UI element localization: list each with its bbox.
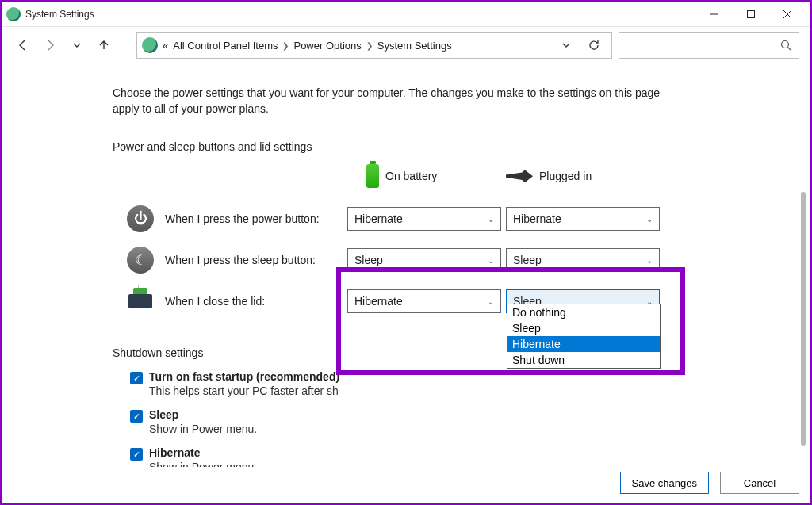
check-sleep[interactable]: ✓ Sleep Show in Power menu. — [130, 408, 795, 435]
column-headers: On battery Plugged in — [347, 164, 795, 188]
scrollbar-track[interactable] — [799, 65, 807, 464]
back-arrow-icon — [17, 39, 29, 52]
row-sleep-button: ☾ When I press the sleep button: Sleep⌄ … — [113, 247, 795, 274]
dropdown-option[interactable]: Shut down — [508, 352, 660, 368]
row-label: When I close the lid: — [165, 295, 265, 308]
chevron-down-icon: ⌄ — [488, 256, 494, 265]
svg-point-4 — [782, 40, 789, 48]
dropdown-option[interactable]: Sleep — [508, 320, 660, 336]
chevron-right-icon: ❯ — [282, 41, 289, 50]
dropdown-lid-plugged-list[interactable]: Do nothing Sleep Hibernate Shut down — [507, 304, 661, 369]
maximize-button[interactable] — [733, 2, 769, 26]
shutdown-section: Shutdown settings ✓ Turn on fast startup… — [113, 346, 795, 467]
address-bar[interactable]: « All Control Panel Items❯ Power Options… — [136, 32, 612, 59]
address-app-icon — [142, 37, 158, 53]
maximize-icon — [746, 10, 756, 19]
minimize-icon — [710, 10, 719, 19]
select-power-plugged[interactable]: Hibernate⌄ — [506, 207, 660, 231]
chevron-down-icon — [561, 40, 571, 50]
row-label: When I press the sleep button: — [165, 254, 316, 266]
column-head-battery: On battery — [347, 164, 506, 188]
chevron-down-icon: ⌄ — [488, 297, 494, 306]
app-icon — [6, 7, 21, 21]
breadcrumb-item[interactable]: All Control Panel Items❯ — [173, 40, 289, 52]
page-description: Choose the power settings that you want … — [113, 86, 668, 117]
chevron-right-icon: ❯ — [366, 41, 373, 50]
check-sub: Show in Power menu. — [149, 461, 257, 467]
search-icon — [780, 40, 792, 52]
minimize-button[interactable] — [696, 2, 733, 26]
close-icon — [783, 10, 792, 19]
history-dropdown-button[interactable] — [67, 35, 87, 55]
svg-rect-1 — [748, 10, 755, 17]
content-area: Choose the power settings that you want … — [2, 65, 810, 467]
chevron-down-icon — [72, 40, 82, 50]
refresh-icon — [588, 39, 600, 52]
up-button[interactable] — [94, 35, 114, 55]
window-title: System Settings — [25, 9, 94, 20]
chevron-down-icon: ⌄ — [488, 215, 494, 224]
select-sleep-plugged[interactable]: Sleep⌄ — [506, 248, 660, 272]
save-changes-button[interactable]: Save changes — [620, 472, 709, 494]
chevron-down-icon: ⌄ — [646, 256, 653, 265]
row-close-lid: When I close the lid: Hibernate⌄ Sleep⌄ — [113, 288, 795, 315]
section-head-shutdown: Shutdown settings — [113, 346, 795, 359]
sleep-button-icon: ☾ — [127, 247, 154, 274]
close-button[interactable] — [769, 2, 806, 26]
svg-line-5 — [788, 47, 791, 50]
check-label: Turn on fast startup (recommended) — [149, 370, 339, 383]
check-sub: This helps start your PC faster after sh — [149, 384, 339, 397]
checkbox-checked-icon: ✓ — [130, 410, 143, 423]
breadcrumb-item[interactable]: Power Options❯ — [293, 40, 372, 52]
check-hibernate[interactable]: ✓ Hibernate Show in Power menu. — [130, 446, 795, 467]
plug-icon — [506, 170, 533, 182]
select-lid-battery[interactable]: Hibernate⌄ — [347, 289, 501, 313]
check-sub: Show in Power menu. — [149, 423, 257, 435]
titlebar: System Settings — [2, 2, 810, 27]
back-button[interactable] — [13, 35, 33, 55]
chevron-down-icon: ⌄ — [646, 215, 653, 224]
lid-icon — [127, 288, 154, 315]
column-head-plugged: Plugged in — [506, 170, 665, 182]
address-dropdown-button[interactable] — [556, 35, 576, 55]
row-label: When I press the power button: — [165, 212, 320, 225]
battery-icon — [366, 164, 379, 188]
section-head-buttons: Power and sleep buttons and lid settings — [113, 140, 795, 153]
up-arrow-icon — [98, 39, 110, 52]
dropdown-option[interactable]: Do nothing — [508, 304, 660, 320]
breadcrumb-item[interactable]: System Settings — [377, 40, 452, 52]
checkbox-checked-icon: ✓ — [130, 372, 143, 384]
check-label: Sleep — [149, 408, 178, 421]
search-box[interactable] — [619, 32, 799, 59]
forward-arrow-icon — [44, 39, 56, 52]
dropdown-option-selected[interactable]: Hibernate — [508, 336, 660, 352]
footer-buttons: Save changes Cancel — [620, 469, 799, 497]
checkbox-checked-icon: ✓ — [130, 448, 143, 461]
check-fast-startup[interactable]: ✓ Turn on fast startup (recommended) Thi… — [130, 370, 795, 397]
breadcrumb-prefix: « — [163, 40, 168, 52]
scrollbar-thumb[interactable] — [801, 192, 806, 446]
check-label: Hibernate — [149, 446, 201, 459]
select-sleep-battery[interactable]: Sleep⌄ — [347, 248, 501, 272]
power-button-icon: ⏻ — [127, 205, 154, 232]
cancel-button[interactable]: Cancel — [720, 472, 799, 494]
refresh-button[interactable] — [581, 39, 607, 52]
navbar: « All Control Panel Items❯ Power Options… — [2, 27, 810, 63]
forward-button[interactable] — [40, 35, 60, 55]
row-power-button: ⏻ When I press the power button: Hiberna… — [113, 205, 795, 232]
select-power-battery[interactable]: Hibernate⌄ — [347, 207, 501, 231]
